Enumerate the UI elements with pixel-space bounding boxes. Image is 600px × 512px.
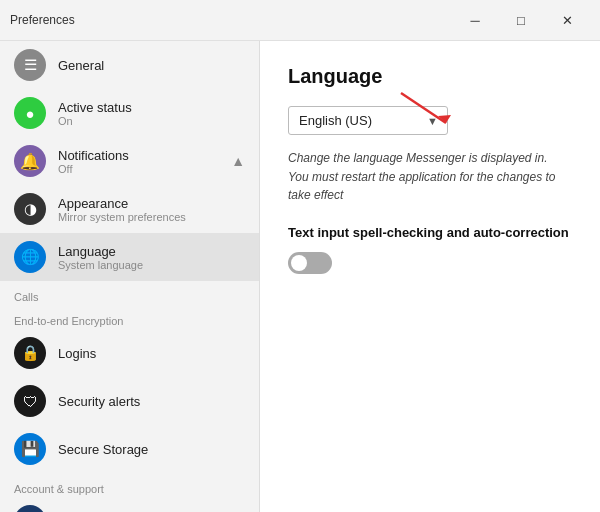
security-alerts-icon: 🛡: [14, 385, 46, 417]
account-icon: 👤: [14, 505, 46, 512]
sidebar-text-secure-storage: Secure Storage: [58, 442, 148, 457]
language-sublabel: System language: [58, 259, 143, 271]
sidebar-item-language[interactable]: 🌐 Language System language: [0, 233, 259, 281]
appearance-sublabel: Mirror system preferences: [58, 211, 186, 223]
sidebar-text-security-alerts: Security alerts: [58, 394, 140, 409]
sidebar-text-logins: Logins: [58, 346, 96, 361]
language-select[interactable]: English (US) French Spanish German Portu…: [288, 106, 448, 135]
logins-label: Logins: [58, 346, 96, 361]
close-button[interactable]: ✕: [544, 6, 590, 34]
sidebar-item-general[interactable]: ☰ General: [0, 41, 259, 89]
main-content: Language English (US) French Spanish Ger…: [260, 41, 600, 512]
sidebar-item-notifications[interactable]: 🔔 Notifications Off ▲: [0, 137, 259, 185]
notifications-alert-icon: ▲: [231, 153, 245, 169]
sidebar-item-appearance[interactable]: ◑ Appearance Mirror system preferences: [0, 185, 259, 233]
sidebar-text-language: Language System language: [58, 244, 143, 271]
sidebar-text-general: General: [58, 58, 104, 73]
appearance-icon: ◑: [14, 193, 46, 225]
sidebar-text-appearance: Appearance Mirror system preferences: [58, 196, 186, 223]
language-label: Language: [58, 244, 143, 259]
logins-icon: 🔒: [14, 337, 46, 369]
notifications-label: Notifications: [58, 148, 129, 163]
sidebar-text-notifications: Notifications Off: [58, 148, 129, 175]
language-icon: 🌐: [14, 241, 46, 273]
notifications-inner: 🔔 Notifications Off: [14, 145, 219, 177]
language-select-wrapper: English (US) French Spanish German Portu…: [288, 106, 448, 149]
minimize-button[interactable]: ─: [452, 6, 498, 34]
active-status-icon: ●: [14, 97, 46, 129]
secure-storage-icon: 💾: [14, 433, 46, 465]
active-status-sublabel: On: [58, 115, 132, 127]
language-description: Change the language Messenger is display…: [288, 149, 568, 205]
notifications-icon: 🔔: [14, 145, 46, 177]
window-title: Preferences: [10, 13, 75, 27]
sidebar-item-security-alerts[interactable]: 🛡 Security alerts: [0, 377, 259, 425]
secure-storage-label: Secure Storage: [58, 442, 148, 457]
calls-section-label: Calls: [0, 281, 259, 305]
page-title: Language: [288, 65, 572, 88]
notifications-sublabel: Off: [58, 163, 129, 175]
sidebar-item-secure-storage[interactable]: 💾 Secure Storage: [0, 425, 259, 473]
title-bar: Preferences ─ □ ✕: [0, 0, 600, 41]
appearance-label: Appearance: [58, 196, 186, 211]
sidebar-text-active-status: Active status On: [58, 100, 132, 127]
sidebar: ☰ General ● Active status On 🔔 Notificat…: [0, 41, 260, 512]
general-label: General: [58, 58, 104, 73]
toggle-knob: [291, 255, 307, 271]
app-body: ☰ General ● Active status On 🔔 Notificat…: [0, 41, 600, 512]
sidebar-item-account[interactable]: 👤: [0, 497, 259, 512]
general-icon: ☰: [14, 49, 46, 81]
encryption-section-label: End-to-end Encryption: [0, 305, 259, 329]
window-controls: ─ □ ✕: [452, 6, 590, 34]
security-alerts-label: Security alerts: [58, 394, 140, 409]
maximize-button[interactable]: □: [498, 6, 544, 34]
spell-check-label: Text input spell-checking and auto-corre…: [288, 225, 572, 240]
spell-check-toggle[interactable]: [288, 252, 332, 274]
language-dropdown-wrapper[interactable]: English (US) French Spanish German Portu…: [288, 106, 448, 135]
sidebar-item-active-status[interactable]: ● Active status On: [0, 89, 259, 137]
account-section-label: Account & support: [0, 473, 259, 497]
sidebar-item-logins[interactable]: 🔒 Logins: [0, 329, 259, 377]
active-status-label: Active status: [58, 100, 132, 115]
